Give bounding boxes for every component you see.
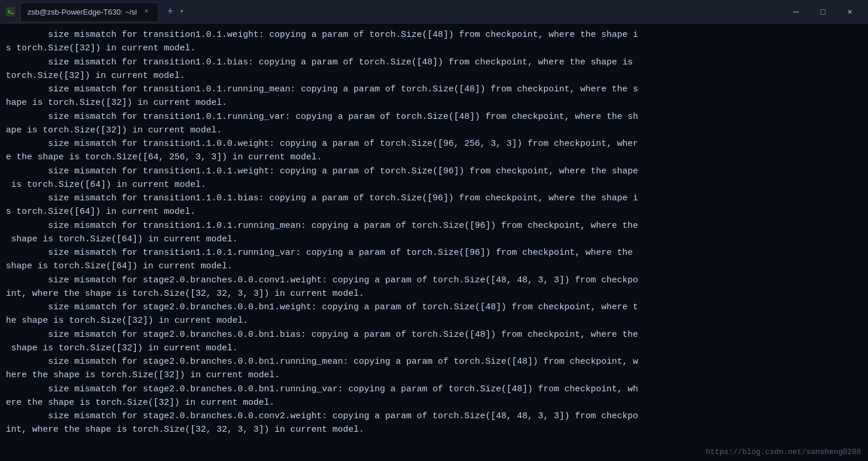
terminal-window: zsb@zsb-PowerEdge-T630: ~/si × + ▾ ─ □ ×… (0, 0, 868, 461)
terminal-content[interactable]: size mismatch for transition1.0.1.weight… (0, 23, 868, 461)
titlebar: zsb@zsb-PowerEdge-T630: ~/si × + ▾ ─ □ × (0, 0, 868, 23)
watermark: https://blog.csdn.net/sansheng0208 (706, 448, 861, 456)
minimize-button[interactable]: ─ (783, 2, 809, 21)
close-button[interactable]: × (836, 2, 863, 21)
terminal-tab[interactable]: zsb@zsb-PowerEdge-T630: ~/si × (20, 2, 159, 21)
tab-close-button[interactable]: × (142, 7, 151, 16)
tab-title: zsb@zsb-PowerEdge-T630: ~/si (28, 8, 137, 16)
tab-dropdown-button[interactable]: ▾ (180, 7, 184, 16)
new-tab-button[interactable]: + (162, 4, 179, 20)
terminal-icon (5, 6, 16, 18)
maximize-button[interactable]: □ (809, 2, 836, 21)
terminal-output: size mismatch for transition1.0.1.weight… (0, 28, 868, 437)
window-controls: ─ □ × (783, 2, 863, 21)
